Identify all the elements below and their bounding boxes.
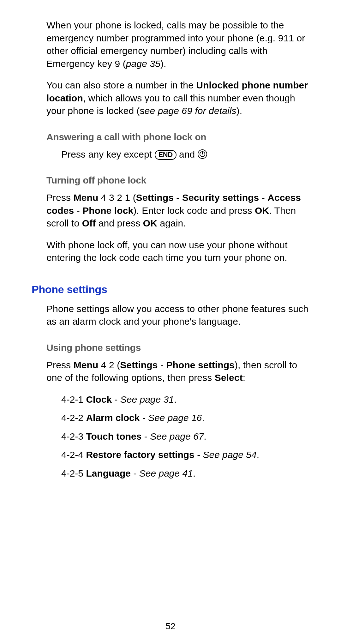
heading-phone-settings: Phone settings xyxy=(32,283,309,296)
text: Press xyxy=(46,192,74,203)
term-phone-settings: Phone settings xyxy=(166,360,234,370)
option-number: 4-2-5 xyxy=(61,468,86,478)
term-off: Off xyxy=(82,218,96,228)
text: - xyxy=(74,205,82,216)
heading-using-phone-settings: Using phone settings xyxy=(46,342,309,353)
paragraph-phone-settings-intro: Phone settings allow you access to other… xyxy=(46,303,309,328)
heading-turning-off-lock: Turning off phone lock xyxy=(46,175,309,186)
text: again. xyxy=(157,218,186,228)
text: ). xyxy=(236,105,242,116)
text: - xyxy=(259,192,267,203)
term-ok: OK xyxy=(255,205,269,216)
text: - xyxy=(112,394,120,405)
paragraph-using-steps: Press Menu 4 2 (Settings - Phone setting… xyxy=(46,359,309,384)
page-ref: ee page 69 for details xyxy=(145,105,236,116)
text: . xyxy=(257,449,259,460)
text: . xyxy=(204,431,206,442)
option-item: 4-2-3 Touch tones - See page 67. xyxy=(61,430,309,443)
page-ref: See page 41 xyxy=(139,468,193,478)
term-menu: Menu xyxy=(74,192,99,203)
paragraph-locked-calls: When your phone is locked, calls may be … xyxy=(46,19,309,70)
page-number: 52 xyxy=(0,621,341,631)
text: . xyxy=(174,394,176,405)
term-menu: Menu xyxy=(74,360,99,370)
term-settings: Settings xyxy=(120,360,158,370)
term-select: Select xyxy=(215,372,243,383)
page-ref: See page 67 xyxy=(150,431,204,442)
text: - xyxy=(141,431,150,442)
option-name: Restore factory settings xyxy=(86,449,194,460)
text: 4 3 2 1 ( xyxy=(98,192,136,203)
option-item: 4-2-2 Alarm clock - See page 16. xyxy=(61,412,309,424)
heading-answering-call: Answering a call with phone lock on xyxy=(46,132,309,142)
page-ref: See page 54 xyxy=(203,449,256,460)
page-ref: page 35 xyxy=(126,58,160,69)
text: : xyxy=(243,372,245,383)
text: When your phone is locked, calls may be … xyxy=(46,20,305,69)
paragraph-lock-off-note: With phone lock off, you can now use you… xyxy=(46,239,309,264)
term-phone-lock: Phone lock xyxy=(82,205,133,216)
text: - xyxy=(158,360,166,370)
text: Press xyxy=(46,360,74,370)
text: - xyxy=(131,468,139,478)
text: . xyxy=(193,468,195,478)
end-key-icon: END xyxy=(155,150,176,160)
option-name: Clock xyxy=(86,394,112,405)
text: and xyxy=(176,149,198,159)
text: - xyxy=(140,412,148,423)
option-number: 4-2-1 xyxy=(61,394,86,405)
page-ref: See page 31 xyxy=(120,394,174,405)
options-list: 4-2-1 Clock - See page 31.4-2-2 Alarm cl… xyxy=(61,393,309,480)
text: - xyxy=(194,449,203,460)
option-name: Touch tones xyxy=(86,431,141,442)
option-item: 4-2-1 Clock - See page 31. xyxy=(61,393,309,406)
term-settings: Settings xyxy=(136,192,174,203)
option-number: 4-2-4 xyxy=(61,449,86,460)
text: . xyxy=(202,412,204,423)
option-name: Language xyxy=(86,468,131,478)
text: Press any key except xyxy=(61,149,155,159)
paragraph-turn-off-steps: Press Menu 4 3 2 1 (Settings - Security … xyxy=(46,191,309,230)
text: ). Enter lock code and press xyxy=(133,205,255,216)
text: and press xyxy=(96,218,143,228)
text: - xyxy=(174,192,182,203)
power-key-icon xyxy=(198,149,207,159)
term-ok: OK xyxy=(143,218,157,228)
paragraph-unlocked-number: You can also store a number in the Unloc… xyxy=(46,79,309,117)
text: You can also store a number in the xyxy=(46,80,196,90)
option-number: 4-2-3 xyxy=(61,431,86,442)
option-name: Alarm clock xyxy=(86,412,140,423)
option-number: 4-2-2 xyxy=(61,412,86,423)
option-item: 4-2-4 Restore factory settings - See pag… xyxy=(61,448,309,461)
page-ref: See page 16 xyxy=(148,412,202,423)
page-content: When your phone is locked, calls may be … xyxy=(32,19,309,480)
manual-page: When your phone is locked, calls may be … xyxy=(0,0,341,644)
text: 4 2 ( xyxy=(98,360,120,370)
paragraph-answer-instructions: Press any key except END and xyxy=(61,148,309,161)
option-item: 4-2-5 Language - See page 41. xyxy=(61,467,309,480)
text: ). xyxy=(160,58,166,69)
term-security-settings: Security settings xyxy=(182,192,259,203)
